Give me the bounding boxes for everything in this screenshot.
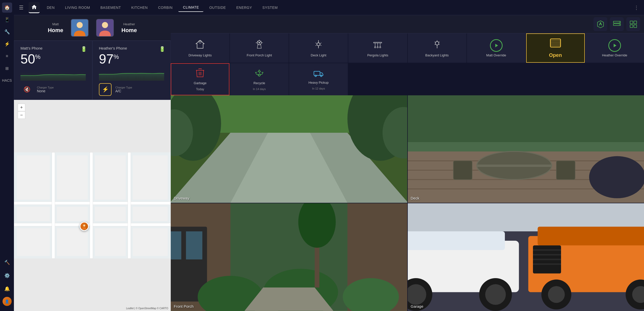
svg-marker-46 bbox=[495, 44, 498, 47]
garage-label: Garage bbox=[411, 304, 423, 308]
right-top-bar bbox=[171, 15, 644, 33]
svg-rect-20 bbox=[95, 228, 126, 256]
heather-charger-type-value: A/C bbox=[115, 89, 132, 93]
garbage-sublabel: Today bbox=[196, 87, 204, 91]
sidebar-item-bolt[interactable]: ⚡ bbox=[2, 39, 12, 49]
controls-row: Driveway Lights Front Porch Light bbox=[171, 33, 644, 95]
sidebar-item-list[interactable]: ≡ bbox=[2, 51, 12, 61]
heather-phone-battery: 97% bbox=[99, 52, 164, 65]
porch-lamp-icon bbox=[254, 39, 264, 49]
svg-point-3 bbox=[102, 22, 108, 28]
matt-override-play-btn bbox=[490, 39, 503, 52]
camera-driveway[interactable]: 2021-09-29 07:08:25 PM Driveway Camera bbox=[171, 95, 407, 203]
svg-point-109 bbox=[548, 286, 565, 303]
backyard-lights-tile[interactable]: Backyard Lights bbox=[408, 33, 466, 63]
garage-door-label: Open bbox=[549, 52, 562, 58]
content-area: Matt Home bbox=[14, 15, 644, 311]
garage-scene bbox=[408, 203, 644, 311]
grid-icon-button[interactable] bbox=[626, 17, 640, 31]
pergola-lights-icon bbox=[373, 39, 383, 51]
pergola-lights-label: Pergola Lights bbox=[367, 53, 388, 58]
sidebar-item-home[interactable]: 🏠 bbox=[2, 3, 12, 13]
menu-button[interactable]: ☰ bbox=[19, 5, 24, 11]
sidebar-item-notifications[interactable]: 🔔 bbox=[2, 284, 12, 294]
recycle-tile[interactable]: Recycle In 14 days bbox=[230, 63, 289, 95]
matt-person-info: Matt Home bbox=[48, 22, 63, 34]
heather-charger-type-label: Charger Type bbox=[115, 86, 132, 89]
svg-rect-77 bbox=[556, 161, 575, 180]
sidebar-item-hacs[interactable]: HACS bbox=[2, 75, 12, 85]
sidebar-user-avatar[interactable]: 👤 bbox=[3, 297, 12, 306]
svg-rect-18 bbox=[17, 228, 50, 256]
svg-rect-96 bbox=[408, 231, 505, 250]
matt-name: Home bbox=[48, 27, 63, 34]
heather-person-info: Heather Home bbox=[121, 22, 137, 34]
camera-garage[interactable]: 2021-09-29 07:08:28 PM Garage Camera bbox=[408, 203, 644, 311]
sidebar-item-tool[interactable]: 🔧 bbox=[2, 27, 12, 37]
heather-battery-icon: 🔋 bbox=[159, 46, 165, 52]
sidebar-item-wrench[interactable]: 🔨 bbox=[2, 257, 12, 268]
front-porch-light-tile[interactable]: Front Porch Light bbox=[230, 33, 289, 63]
sidebar-item-grid[interactable]: ⊞ bbox=[2, 63, 12, 73]
sidebar: 🏠 📱 🔧 ⚡ ≡ ⊞ HACS 🔨 ⚙️ 🔔 👤 bbox=[0, 0, 14, 311]
matt-charger-type-label: Charger Type bbox=[37, 86, 54, 89]
svg-rect-27 bbox=[630, 21, 633, 24]
nav-tab-basement[interactable]: BASEMENT bbox=[96, 4, 125, 12]
map-container[interactable]: + − Leaflet | © OpenStreetMap © CARTO bbox=[14, 100, 171, 311]
svg-point-22 bbox=[83, 225, 85, 227]
svg-point-25 bbox=[619, 22, 620, 23]
heather-override-label: Heather Override bbox=[602, 53, 627, 57]
matt-avatar[interactable] bbox=[71, 19, 89, 37]
matt-avatar-svg bbox=[71, 19, 88, 36]
heather-charger-icon-btn[interactable]: ⚡ bbox=[99, 83, 112, 96]
garbage-tile[interactable]: Garbage Today bbox=[171, 63, 229, 95]
heavy-pickup-sublabel: In 12 days bbox=[312, 87, 325, 90]
recycle-sublabel: In 14 days bbox=[253, 87, 266, 91]
frontporch-label: Front Porch bbox=[174, 304, 194, 308]
matt-phone-title: Matt's Phone bbox=[20, 46, 86, 50]
camera-frontporch[interactable]: 2021-09-29 07:08:28 PM Front Porch Camer… bbox=[171, 203, 407, 311]
nav-home-button[interactable] bbox=[29, 2, 40, 13]
nav-tab-energy[interactable]: ENERGY bbox=[232, 4, 256, 12]
hacs-icon-button[interactable] bbox=[593, 17, 607, 31]
nav-tab-kitchen[interactable]: KITCHEN bbox=[127, 4, 152, 12]
nav-tab-corbin[interactable]: CORBIN bbox=[154, 4, 177, 12]
heather-override-tile[interactable]: Heather Override bbox=[585, 33, 644, 63]
svg-point-26 bbox=[619, 24, 620, 25]
frontporch-scene bbox=[171, 203, 407, 311]
person-marker-svg bbox=[81, 224, 87, 229]
nav-tab-outside[interactable]: OUTSIDE bbox=[205, 4, 230, 12]
garbage-label: Garbage bbox=[194, 81, 207, 85]
home-icon bbox=[31, 4, 37, 10]
sidebar-item-settings[interactable]: ⚙️ bbox=[2, 271, 12, 281]
svg-rect-102 bbox=[538, 227, 644, 246]
nav-tab-living-room[interactable]: LIVING ROOM bbox=[60, 4, 95, 12]
svg-rect-7 bbox=[52, 152, 55, 259]
server-icon-button[interactable] bbox=[610, 17, 624, 31]
front-porch-light-label: Front Porch Light bbox=[247, 53, 272, 58]
heather-avatar[interactable] bbox=[96, 19, 114, 37]
map-person-marker bbox=[80, 222, 89, 231]
svg-point-31 bbox=[199, 41, 201, 43]
heather-charger-info: ⚡ Charger Type A/C bbox=[99, 83, 164, 96]
driveway-lights-tile[interactable]: Driveway Lights bbox=[171, 33, 229, 63]
heavy-pickup-tile[interactable]: Heavy Pickup In 12 days bbox=[289, 63, 348, 95]
garage-door-tile[interactable]: Open bbox=[526, 33, 585, 63]
topnav-more-button[interactable]: ⋮ bbox=[634, 5, 639, 11]
garage-icon-svg bbox=[550, 38, 561, 48]
svg-rect-14 bbox=[17, 207, 50, 221]
deck-light-tile[interactable]: Deck Light bbox=[289, 33, 348, 63]
matt-battery-icon: 🔋 bbox=[81, 46, 87, 52]
nav-tab-system[interactable]: SYSTEM bbox=[258, 4, 282, 12]
matt-override-tile[interactable]: Matt Override bbox=[467, 33, 526, 63]
phone-cards: Matt's Phone 🔋 50% bbox=[14, 41, 171, 100]
camera-deck[interactable]: 2021-09-29 07:08:22 PM Deck Camera bbox=[408, 95, 644, 203]
nav-tab-den[interactable]: DEN bbox=[42, 4, 59, 12]
map-zoom-out[interactable]: − bbox=[18, 111, 25, 119]
sidebar-item-mobile[interactable]: 📱 bbox=[2, 15, 12, 25]
nav-tab-climate[interactable]: CLIMATE bbox=[178, 3, 203, 12]
heather-phone-title: Heather's Phone bbox=[99, 46, 164, 50]
svg-rect-37 bbox=[374, 42, 382, 43]
map-zoom-in[interactable]: + bbox=[18, 104, 25, 111]
pergola-lights-tile[interactable]: Pergola Lights bbox=[348, 33, 407, 63]
